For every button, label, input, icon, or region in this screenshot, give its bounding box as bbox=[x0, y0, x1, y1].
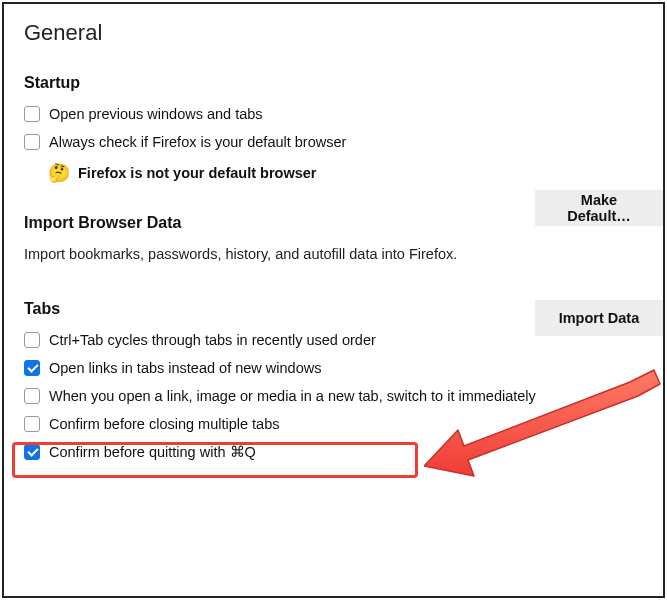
row-confirm-close[interactable]: Confirm before closing multiple tabs bbox=[24, 416, 663, 432]
label-open-links: Open links in tabs instead of new window… bbox=[49, 360, 321, 376]
checkbox-open-links[interactable] bbox=[24, 360, 40, 376]
label-confirm-quit: Confirm before quitting with ⌘Q bbox=[49, 444, 256, 460]
row-confirm-quit[interactable]: Confirm before quitting with ⌘Q bbox=[24, 444, 663, 460]
default-browser-status: 🤔 Firefox is not your default browser bbox=[24, 162, 663, 184]
settings-panel: General Startup Open previous windows an… bbox=[2, 2, 665, 598]
section-startup-title: Startup bbox=[24, 74, 663, 92]
row-open-links[interactable]: Open links in tabs instead of new window… bbox=[24, 360, 663, 376]
checkbox-ctrl-tab[interactable] bbox=[24, 332, 40, 348]
checkbox-confirm-close[interactable] bbox=[24, 416, 40, 432]
page-title: General bbox=[24, 20, 663, 46]
row-switch-immediately[interactable]: When you open a link, image or media in … bbox=[24, 388, 663, 404]
checkbox-always-check[interactable] bbox=[24, 134, 40, 150]
import-data-button[interactable]: Import Data bbox=[535, 300, 663, 336]
thinking-face-icon: 🤔 bbox=[48, 162, 70, 184]
import-description: Import bookmarks, passwords, history, an… bbox=[24, 246, 663, 262]
make-default-button[interactable]: Make Default… bbox=[535, 190, 663, 226]
label-confirm-close: Confirm before closing multiple tabs bbox=[49, 416, 280, 432]
label-open-previous: Open previous windows and tabs bbox=[49, 106, 263, 122]
checkbox-open-previous[interactable] bbox=[24, 106, 40, 122]
row-always-check[interactable]: Always check if Firefox is your default … bbox=[24, 134, 663, 150]
status-text: Firefox is not your default browser bbox=[78, 165, 316, 181]
label-always-check: Always check if Firefox is your default … bbox=[49, 134, 346, 150]
checkbox-confirm-quit[interactable] bbox=[24, 444, 40, 460]
checkbox-switch-immediately[interactable] bbox=[24, 388, 40, 404]
label-ctrl-tab: Ctrl+Tab cycles through tabs in recently… bbox=[49, 332, 376, 348]
row-open-previous[interactable]: Open previous windows and tabs bbox=[24, 106, 663, 122]
label-switch-immediately: When you open a link, image or media in … bbox=[49, 388, 536, 404]
